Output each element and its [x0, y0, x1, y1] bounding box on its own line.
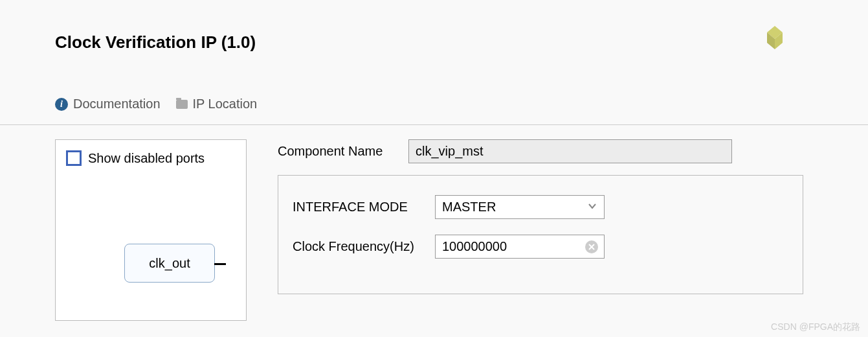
port-name: clk_out — [149, 256, 190, 271]
clock-frequency-input[interactable] — [435, 235, 605, 259]
page-title: Clock Verification IP (1.0) — [55, 32, 868, 52]
watermark: CSDN @FPGA的花路 — [771, 321, 860, 333]
folder-icon — [176, 100, 188, 109]
divider — [0, 124, 868, 125]
interface-mode-value: MASTER — [442, 200, 496, 215]
logo-icon — [759, 23, 790, 57]
component-name-row: Component Name — [278, 139, 803, 163]
right-panel: Component Name INTERFACE MODE MASTER Clo… — [278, 139, 868, 321]
ip-location-label: IP Location — [193, 97, 258, 111]
interface-mode-row: INTERFACE MODE MASTER — [293, 195, 788, 219]
interface-mode-label: INTERFACE MODE — [293, 200, 435, 215]
ip-location-link[interactable]: IP Location — [176, 97, 258, 111]
documentation-link[interactable]: i Documentation — [55, 97, 161, 111]
port-line — [214, 263, 226, 265]
freq-input-wrap — [435, 235, 605, 259]
show-disabled-ports-checkbox[interactable] — [66, 150, 82, 166]
show-disabled-ports-label: Show disabled ports — [88, 151, 205, 166]
chevron-down-icon — [587, 200, 597, 215]
left-panel: Show disabled ports clk_out — [55, 139, 247, 321]
documentation-label: Documentation — [73, 97, 161, 111]
info-icon: i — [55, 98, 68, 111]
clock-frequency-row: Clock Frequency(Hz) — [293, 235, 788, 259]
content-row: Show disabled ports clk_out Component Na… — [55, 139, 868, 321]
settings-box: INTERFACE MODE MASTER Clock Frequency(Hz… — [278, 175, 803, 294]
links-row: i Documentation IP Location — [55, 97, 868, 111]
clear-icon[interactable] — [585, 240, 598, 253]
component-name-label: Component Name — [278, 144, 408, 159]
checkbox-row: Show disabled ports — [66, 150, 236, 166]
clock-frequency-label: Clock Frequency(Hz) — [293, 239, 435, 254]
component-name-input[interactable] — [408, 139, 732, 163]
main-panel: Clock Verification IP (1.0) i Documentat… — [0, 0, 868, 337]
block-diagram: clk_out — [124, 244, 215, 283]
interface-mode-select[interactable]: MASTER — [435, 195, 605, 219]
